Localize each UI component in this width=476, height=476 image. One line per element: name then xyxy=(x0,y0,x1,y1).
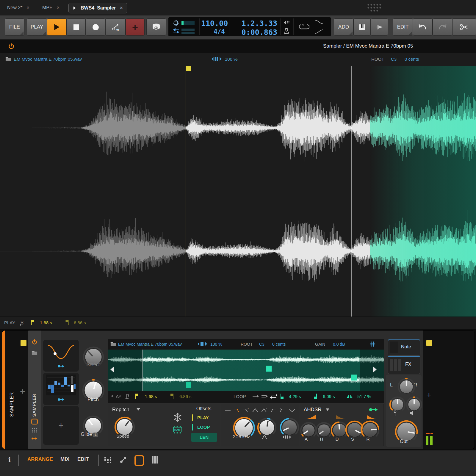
routing-grid-icon[interactable] xyxy=(32,428,37,433)
add-modulator-button[interactable]: + xyxy=(58,420,64,430)
song-position-value[interactable]: 1.2.3.33 xyxy=(233,19,277,28)
modulation-source-swatch[interactable] xyxy=(21,340,26,346)
decay-shape-icon[interactable] xyxy=(335,414,347,420)
envelope-route-icon[interactable] xyxy=(369,407,379,413)
modulation-source-swatch[interactable] xyxy=(426,340,432,346)
glide-legato-badge[interactable]: L xyxy=(93,433,98,437)
view-edit[interactable]: EDIT xyxy=(77,456,89,462)
end-time-value[interactable]: 6.86 s xyxy=(74,320,86,325)
root-note-value[interactable]: C3 xyxy=(259,342,264,347)
close-icon[interactable]: × xyxy=(57,5,60,10)
velocity-knob[interactable] xyxy=(389,396,406,414)
filter-lp12-icon[interactable] xyxy=(234,408,240,413)
reverse-icon[interactable]: R xyxy=(19,320,25,326)
offset-len[interactable]: LEN xyxy=(191,433,217,442)
loop-start-handle[interactable] xyxy=(266,366,272,372)
filter-notch-icon[interactable] xyxy=(289,408,295,413)
close-icon[interactable]: × xyxy=(120,5,123,11)
device-power-icon[interactable] xyxy=(8,43,15,50)
play-menu-button[interactable]: PLAY xyxy=(27,18,47,36)
chevron-down-icon[interactable] xyxy=(326,408,329,411)
crossfade-icon[interactable] xyxy=(346,393,353,399)
mixer-panel-toggle-icon[interactable] xyxy=(151,455,159,464)
filter-hp24-icon[interactable]: 4 xyxy=(279,407,286,413)
view-arrange[interactable]: ARRANGE xyxy=(27,456,53,462)
start-time-value[interactable]: 1.68 s xyxy=(145,394,157,399)
sample-file-name[interactable]: EM Mvoc Mantra E 70bpm 05.wav xyxy=(14,57,82,62)
stop-button[interactable] xyxy=(67,18,86,36)
fx-chain-button[interactable]: FX xyxy=(388,356,420,374)
sample-file-name[interactable]: EM Mvoc Mantra E 70bpm 05.wav xyxy=(118,342,182,347)
filter-bp24-icon[interactable]: 4 xyxy=(261,407,268,413)
end-time-value[interactable]: 6.86 s xyxy=(179,394,192,399)
fade-out-icon[interactable] xyxy=(315,20,324,24)
root-cents-value[interactable]: 0 cents xyxy=(272,342,286,347)
io-routing-toggle-icon[interactable] xyxy=(120,456,127,464)
loop-end-marker-icon[interactable] xyxy=(313,393,317,400)
stretch-value[interactable]: 100 % xyxy=(210,342,222,347)
tab-label[interactable]: BWS4_Sampler xyxy=(81,5,116,11)
loop-start-value[interactable]: 4.29 s xyxy=(289,394,301,399)
gain-value[interactable]: 0.0 dB xyxy=(333,342,345,347)
redo-button[interactable] xyxy=(433,18,452,36)
chevron-down-icon[interactable] xyxy=(137,408,140,411)
end-marker-icon[interactable] xyxy=(65,319,69,326)
start-marker-icon[interactable] xyxy=(30,319,35,326)
punch-in-button[interactable]: + xyxy=(126,18,145,36)
modulator-route-icon[interactable] xyxy=(57,364,65,369)
modulator-out-icon[interactable] xyxy=(31,436,38,441)
loop-mode-on-icon[interactable] xyxy=(261,394,268,399)
info-icon[interactable]: i xyxy=(8,456,11,464)
filter-lp24-icon[interactable]: 4 xyxy=(242,407,250,413)
loop-end-handle[interactable] xyxy=(351,375,357,381)
pan-knob[interactable] xyxy=(397,378,416,397)
automation-write-button[interactable]: w xyxy=(105,18,126,36)
metronome-icon[interactable] xyxy=(283,28,290,35)
loop-mode-pingpong-icon[interactable] xyxy=(270,393,278,399)
tab-label[interactable]: New 2* xyxy=(7,5,23,10)
modulator-slot-lfo[interactable] xyxy=(43,340,79,372)
release-shape-icon[interactable] xyxy=(366,414,379,420)
fade-in-icon[interactable] xyxy=(315,29,324,34)
file-menu-button[interactable]: FILE xyxy=(5,18,24,36)
view-mix[interactable]: MIX xyxy=(60,456,69,462)
start-time-value[interactable]: 1.68 s xyxy=(40,320,52,325)
tab-bws4-sampler[interactable]: BWS4_Sampler × xyxy=(68,3,127,13)
modulator-slot-empty[interactable]: + xyxy=(43,406,79,445)
undo-button[interactable] xyxy=(413,18,433,36)
playhead-handle[interactable] xyxy=(186,66,191,71)
folder-icon[interactable] xyxy=(110,342,116,346)
dub-button[interactable] xyxy=(146,18,166,36)
offset-loop[interactable]: LOOP xyxy=(197,425,210,430)
time-signature-value[interactable]: 4/4 xyxy=(201,28,225,35)
filter-bp12-icon[interactable] xyxy=(252,408,259,413)
stretch-value[interactable]: 100 % xyxy=(225,57,238,62)
add-instrument-track-button[interactable] xyxy=(353,18,371,36)
device-enable-icon[interactable] xyxy=(31,339,38,345)
folder-icon[interactable] xyxy=(5,57,11,62)
envelope-title[interactable]: AHDSR xyxy=(304,407,322,413)
tab-new2[interactable]: New 2* × xyxy=(7,3,29,13)
cut-button[interactable] xyxy=(452,18,476,36)
attack-shape-icon[interactable] xyxy=(304,414,316,420)
edit-menu-button[interactable]: EDIT xyxy=(393,18,413,36)
mini-waveform[interactable] xyxy=(108,350,384,391)
add-audio-track-button[interactable] xyxy=(371,18,388,36)
clip-launcher-toggle-icon[interactable] xyxy=(104,456,112,464)
stretch-icon[interactable] xyxy=(211,56,222,62)
open-in-editor-icon[interactable] xyxy=(370,341,375,347)
scroll-right-arrow[interactable] xyxy=(373,366,377,373)
filter-hp12-icon[interactable] xyxy=(270,408,277,413)
tab-mpe[interactable]: MPE × xyxy=(42,3,60,13)
filter-off-icon[interactable] xyxy=(225,408,231,413)
modulator-slot-steps[interactable] xyxy=(43,373,79,405)
transport-sync-icon[interactable] xyxy=(173,28,180,34)
end-marker-icon[interactable] xyxy=(170,393,174,400)
remote-controls-icon[interactable] xyxy=(31,419,38,425)
close-icon[interactable]: × xyxy=(27,5,29,10)
add-menu-button[interactable]: ADD xyxy=(334,18,353,36)
start-marker-icon[interactable] xyxy=(135,393,139,400)
reverse-icon[interactable]: R xyxy=(125,393,131,399)
crossfade-value[interactable]: 51.7 % xyxy=(357,394,371,399)
add-device-button[interactable]: + xyxy=(426,390,432,400)
